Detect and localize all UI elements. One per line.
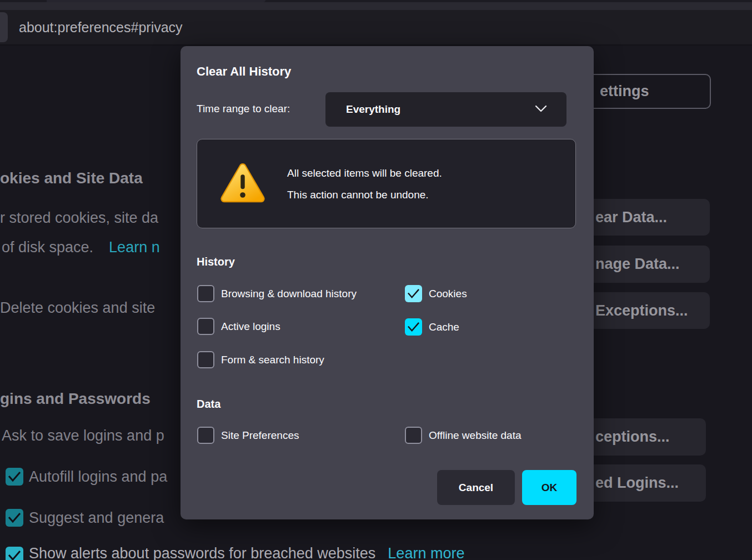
cookies-description-line2: of disk space.Learn n bbox=[2, 239, 160, 256]
cancel-button[interactable]: Cancel bbox=[437, 470, 515, 505]
breach-alerts-label: Show alerts about passwords for breached… bbox=[29, 545, 375, 560]
history-heading: History bbox=[197, 256, 235, 268]
section-heading-cookies: okies and Site Data bbox=[0, 169, 143, 187]
site-preferences-label: Site Preferences bbox=[221, 427, 299, 444]
ok-button[interactable]: OK bbox=[522, 470, 576, 505]
url-text[interactable]: about:preferences#privacy bbox=[19, 10, 183, 44]
site-preferences-checkbox[interactable] bbox=[197, 427, 214, 444]
learn-more-link[interactable]: Learn n bbox=[109, 239, 160, 256]
breach-alerts-checkbox[interactable] bbox=[6, 547, 23, 560]
toolbar bbox=[0, 2, 752, 10]
clear-history-dialog: Clear All History Time range to clear: E… bbox=[181, 46, 594, 519]
cache-label: Cache bbox=[429, 318, 459, 336]
suggest-label: Suggest and genera bbox=[29, 509, 164, 527]
ask-to-save-text: Ask to save logins and p bbox=[2, 427, 164, 444]
checkmark-icon bbox=[7, 470, 22, 483]
breach-alerts-row: Show alerts about passwords for breached… bbox=[29, 545, 464, 560]
suggest-checkbox[interactable] bbox=[6, 509, 23, 527]
toolbar-divider bbox=[0, 44, 752, 46]
cookies-description-line1: r stored cookies, site da bbox=[0, 209, 158, 227]
offline-data-checkbox[interactable] bbox=[405, 427, 422, 444]
section-heading-logins: gins and Passwords bbox=[0, 390, 151, 408]
browsing-history-checkbox[interactable] bbox=[197, 285, 214, 302]
cache-checkbox[interactable] bbox=[405, 318, 422, 336]
time-range-select[interactable]: Everything bbox=[325, 92, 566, 127]
checkmark-icon bbox=[407, 321, 420, 333]
cookies-label: Cookies bbox=[429, 285, 467, 302]
checkmark-icon bbox=[7, 549, 22, 560]
browsing-history-label: Browsing & download history bbox=[221, 285, 357, 302]
warning-line1: All selected items will be cleared. bbox=[287, 167, 442, 179]
identity-button[interactable] bbox=[0, 12, 8, 42]
warning-line2: This action cannot be undone. bbox=[287, 189, 429, 201]
autofill-checkbox[interactable] bbox=[6, 468, 23, 486]
dialog-title: Clear All History bbox=[197, 64, 291, 79]
url-bar[interactable]: about:preferences#privacy bbox=[0, 10, 752, 44]
breach-learn-more-link[interactable]: Learn more bbox=[388, 545, 464, 560]
data-heading: Data bbox=[197, 398, 220, 411]
cookies-checkbox[interactable] bbox=[405, 285, 422, 302]
screen: about:preferences#privacy okies and Site… bbox=[0, 0, 752, 560]
chevron-down-icon bbox=[534, 104, 548, 113]
checkmark-icon bbox=[7, 511, 22, 524]
autofill-label: Autofill logins and pa bbox=[29, 468, 167, 486]
warning-icon bbox=[219, 161, 267, 205]
time-range-value: Everything bbox=[325, 103, 400, 116]
active-logins-label: Active logins bbox=[221, 318, 280, 335]
time-range-label: Time range to clear: bbox=[197, 103, 290, 115]
warning-box: All selected items will be cleared. This… bbox=[197, 139, 576, 228]
offline-data-label: Offline website data bbox=[429, 427, 522, 444]
delete-cookies-text: Delete cookies and site bbox=[0, 299, 155, 317]
disk-space-text: of disk space. bbox=[2, 239, 93, 256]
form-history-label: Form & search history bbox=[221, 351, 324, 368]
checkmark-icon bbox=[407, 287, 420, 300]
active-logins-checkbox[interactable] bbox=[197, 318, 214, 335]
form-history-checkbox[interactable] bbox=[197, 351, 214, 368]
